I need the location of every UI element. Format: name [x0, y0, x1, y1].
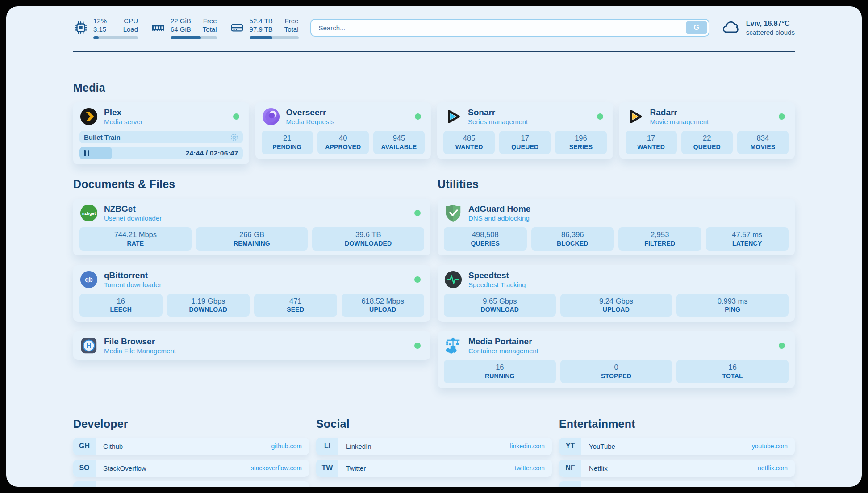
search-bar: G	[310, 19, 709, 37]
card-adguard[interactable]: AdGuard Home DNS and adblocking 498,508 …	[438, 199, 795, 255]
stat-queued: 17 QUEUED	[499, 131, 551, 154]
app-name: Overseerr	[286, 108, 334, 117]
sonarr-icon	[443, 107, 462, 126]
now-playing-title: Bullet Train	[84, 134, 121, 141]
bookmark-netflix[interactable]: NF Netflix netflix.com	[559, 460, 795, 477]
app-description: Movie management	[650, 118, 709, 125]
app-description: Media server	[104, 118, 143, 125]
card-portainer[interactable]: Media Portainer Container management 16 …	[438, 331, 795, 388]
bookmark-url: stackoverflow.com	[251, 464, 302, 472]
stat-download: 9.65 Gbps DOWNLOAD	[444, 294, 556, 317]
cpu-progress-bar	[93, 36, 138, 39]
status-online-dot	[414, 276, 421, 283]
system-stats: 12% 3.15 CPU Load	[73, 17, 299, 39]
ram-total-value: 64 GiB	[171, 25, 191, 34]
stat-queued: 22 QUEUED	[681, 131, 733, 154]
status-online-dot	[779, 113, 785, 120]
card-radarr[interactable]: Radarr Movie management 17 WANTED 22 QUE…	[619, 102, 795, 159]
app-name: Sonarr	[468, 108, 528, 117]
cpu-load-value: 3.15	[93, 25, 107, 34]
filebrowser-icon	[79, 336, 98, 355]
bookmark-youtube[interactable]: YT YouTube youtube.com	[559, 438, 795, 455]
bookmark-reddit[interactable]: RE Reddit reddit.com	[559, 481, 795, 487]
app-name: AdGuard Home	[468, 204, 530, 214]
stat-pending: 21 PENDING	[262, 131, 313, 154]
bookmark-abbr: RE	[559, 481, 581, 487]
card-qbittorrent[interactable]: qb qBittorrent Torrent downloader 16 LEE…	[73, 265, 430, 322]
app-description: DNS and adblocking	[468, 214, 530, 222]
session-settings-icon[interactable]	[230, 133, 238, 142]
bookmark-group-title: Developer	[73, 418, 309, 430]
cpu-stat: 12% 3.15 CPU Load	[73, 17, 138, 39]
bookmark-abbr: SO	[73, 460, 96, 477]
card-plex[interactable]: Plex Media server Bullet Train 24:44 / 0	[73, 102, 249, 164]
stat-seed: 471 SEED	[254, 294, 337, 317]
stat-wanted: 17 WANTED	[626, 131, 677, 154]
bookmark-dev[interactable]: DT DEV dev.to	[73, 481, 309, 487]
cpu-icon	[73, 20, 88, 35]
portainer-icon	[444, 336, 463, 355]
bookmark-name: Reddit	[589, 486, 608, 487]
bookmark-url: twitter.com	[515, 464, 545, 472]
disk-total-label: Total	[284, 25, 299, 34]
bookmark-name: DEV	[103, 486, 117, 487]
now-playing-bar: Bullet Train	[79, 131, 243, 143]
card-filebrowser[interactable]: File Browser Media File Management	[73, 331, 430, 360]
search-input[interactable]	[313, 24, 686, 32]
svg-text:nzbget: nzbget	[82, 211, 96, 216]
weather-location-temp: Lviv, 16.87°C	[746, 20, 795, 28]
stat-blocked: 86,396 BLOCKED	[531, 227, 614, 251]
disk-total-value: 97.9 TB	[250, 25, 273, 34]
playback-progress: 24:44 / 02:06:47	[79, 147, 243, 159]
bookmark-url: github.com	[271, 443, 302, 450]
card-nzbget[interactable]: nzbget NZBGet Usenet downloader 744.21 M…	[73, 199, 430, 255]
bookmark-github[interactable]: GH Github github.com	[73, 438, 309, 455]
stat-approved: 40 APPROVED	[317, 131, 369, 154]
weather-widget: Lviv, 16.87°C scattered clouds	[721, 19, 795, 36]
ram-total-label: Total	[203, 25, 217, 34]
top-bar: 12% 3.15 CPU Load	[73, 15, 795, 40]
google-search-button[interactable]: G	[686, 21, 707, 34]
cpu-label: CPU	[123, 17, 138, 25]
bookmark-abbr: YT	[559, 438, 581, 455]
app-description: Media Requests	[286, 118, 334, 125]
memory-stat: 22 GiB 64 GiB Free Total	[150, 17, 217, 39]
app-description: Media File Management	[104, 347, 176, 355]
bookmark-twitter[interactable]: TW Twitter twitter.com	[316, 460, 552, 477]
bookmark-abbr: DT	[73, 481, 96, 487]
bookmark-name: Twitter	[346, 464, 366, 472]
ram-free-label: Free	[203, 17, 217, 25]
bookmark-url: reddit.com	[759, 486, 788, 487]
bookmark-name: StackOverflow	[103, 464, 146, 472]
stat-movies: 834 MOVIES	[737, 131, 789, 154]
svg-text:qb: qb	[85, 276, 93, 283]
bookmark-abbr: LI	[316, 438, 338, 455]
stat-series: 196 SERIES	[555, 131, 606, 154]
overseerr-icon	[262, 107, 280, 126]
bookmark-stackoverflow[interactable]: SO StackOverflow stackoverflow.com	[73, 460, 309, 477]
app-name: qBittorrent	[104, 271, 161, 280]
stat-wanted: 485 WANTED	[443, 131, 495, 154]
bookmark-url: youtube.com	[752, 443, 788, 450]
radarr-icon	[626, 107, 644, 126]
app-description: Series management	[468, 118, 528, 125]
disk-free-label: Free	[284, 17, 299, 25]
bookmark-linkedin[interactable]: LI LinkedIn linkedin.com	[316, 438, 552, 455]
app-description: Container management	[468, 347, 538, 355]
status-online-dot	[597, 113, 603, 120]
bookmark-abbr: NF	[559, 460, 581, 477]
bookmark-name: LinkedIn	[346, 443, 371, 450]
section-media: Media Plex Media server Bullet Train	[73, 81, 795, 164]
stat-downloaded: 39.6 TB DOWNLOADED	[312, 227, 424, 251]
card-overseerr[interactable]: Overseerr Media Requests 21 PENDING 40 A…	[255, 102, 431, 159]
ram-icon	[150, 20, 166, 35]
stat-queries: 498,508 QUERIES	[444, 227, 527, 251]
bookmark-url: netflix.com	[758, 464, 788, 472]
stat-total: 16 TOTAL	[676, 360, 789, 383]
card-speedtest[interactable]: Speedtest Speedtest Tracking 9.65 Gbps D…	[438, 265, 795, 322]
stat-latency: 47.57 ms LATENCY	[706, 227, 789, 251]
cloud-icon	[721, 19, 741, 36]
app-name: Radarr	[650, 108, 709, 117]
stat-stopped: 0 STOPPED	[560, 360, 672, 383]
card-sonarr[interactable]: Sonarr Series management 485 WANTED 17 Q…	[437, 102, 613, 159]
